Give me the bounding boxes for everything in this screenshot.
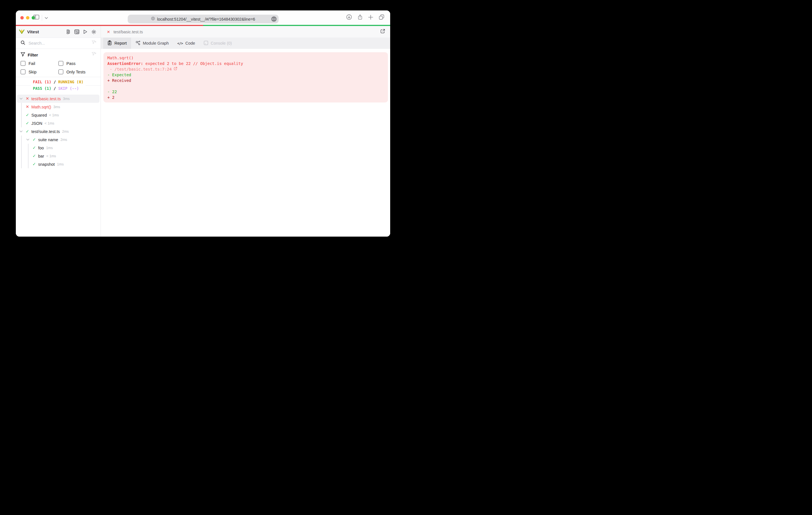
tree-row-test[interactable]: ✓ Squared < 1ms: [17, 111, 99, 119]
sidebar: Vitest: [16, 26, 101, 237]
tab-module-graph[interactable]: Module Graph: [131, 37, 173, 49]
vitest-logo-icon: [19, 28, 25, 36]
tab-console: Console (0): [200, 37, 236, 49]
fail-icon: ✕: [24, 96, 30, 101]
tree-row-test[interactable]: ✓ foo 1ms: [17, 144, 99, 152]
search-input[interactable]: [28, 41, 91, 46]
browser-toolbar: localhost:51204/__vitest__/#/?file=16484…: [16, 10, 390, 25]
failed-test-name: Math.sqrt(): [107, 55, 384, 61]
skip-count: SKIP (--): [58, 86, 79, 91]
traffic-lights: [20, 16, 35, 20]
fail-icon: ✕: [24, 105, 30, 109]
duration: < 1ms: [46, 154, 56, 158]
pass-icon: ✓: [24, 121, 30, 125]
tab-report[interactable]: Report: [103, 37, 131, 49]
tree-row-test[interactable]: ✓ snapshot 1ms: [17, 160, 99, 168]
tree-row-suite[interactable]: ✓ suite name 2ms: [17, 135, 99, 144]
diff-received-value: + 2: [107, 95, 384, 100]
open-file-name: test/basic.test.ts: [114, 30, 143, 34]
chevron-down-icon[interactable]: [45, 15, 48, 20]
summary-line-1: FAIL (1) / RUNNING (0): [33, 79, 84, 85]
duration: 3ms: [63, 97, 70, 101]
checkbox[interactable]: [58, 69, 63, 74]
minimize-window-button[interactable]: [26, 16, 29, 20]
duration: < 1ms: [49, 113, 59, 117]
chevron-down-icon[interactable]: [18, 98, 24, 100]
filter-section: Filter Fail Pass Skip Only Tests: [16, 49, 100, 77]
tree-row-file-suite[interactable]: ✓ test/suite.test.ts 2ms: [17, 127, 99, 135]
chevron-down-icon[interactable]: [18, 130, 24, 132]
pass-icon: ✓: [24, 129, 30, 133]
duration: 2ms: [62, 130, 69, 133]
duration: 1ms: [57, 162, 64, 166]
error-location-link[interactable]: - /test/basic.test.ts:7:24: [107, 66, 177, 72]
address-bar[interactable]: localhost:51204/__vitest__/#/?file=16484…: [128, 15, 279, 24]
clear-filter-icon[interactable]: [91, 52, 96, 58]
filter-checkbox-only-tests[interactable]: Only Tests: [58, 69, 96, 75]
tree-row-test[interactable]: ✓ bar < 1ms: [17, 152, 99, 160]
assertion-error-line: AssertionError: expected 2 to be 22 // O…: [107, 61, 384, 66]
file-header: ✕ test/basic.test.ts: [101, 26, 390, 37]
new-tab-icon[interactable]: [368, 15, 373, 21]
checkbox[interactable]: [21, 61, 25, 66]
fail-count: FAIL (1): [33, 80, 51, 84]
filter-checkbox-fail[interactable]: Fail: [21, 60, 58, 66]
test-tree: ✕ test/basic.test.ts 3ms ✕ Math.sqrt() 3…: [16, 93, 100, 237]
page-settings-icon[interactable]: [271, 17, 277, 22]
downloads-icon[interactable]: [346, 14, 352, 21]
browser-window: localhost:51204/__vitest__/#/?file=16484…: [16, 10, 390, 237]
share-icon[interactable]: [357, 14, 363, 21]
open-in-editor-icon[interactable]: [173, 66, 177, 72]
duration: < 1ms: [45, 121, 54, 125]
filter-checkbox-pass[interactable]: Pass: [58, 60, 96, 66]
running-count: RUNNING (0): [58, 80, 83, 84]
diff-expected-label: - Expected: [107, 72, 384, 78]
tree-row-file-basic[interactable]: ✕ test/basic.test.ts 3ms: [17, 95, 99, 103]
dashboard-icon[interactable]: [74, 29, 79, 34]
main-pane: ✕ test/basic.test.ts Report: [101, 26, 390, 237]
chevron-down-icon[interactable]: [24, 139, 31, 141]
report-icon: [107, 40, 112, 46]
url-text: localhost:51204/__vitest__/#/?file=16484…: [157, 17, 255, 22]
tree-row-test[interactable]: ✕ Math.sqrt() 3ms: [17, 103, 99, 111]
search-row: [16, 38, 100, 49]
pass-icon: ✓: [31, 154, 37, 158]
clear-search-filter-icon[interactable]: [91, 40, 96, 46]
duration: 3ms: [53, 105, 60, 109]
module-graph-icon: [135, 40, 140, 46]
pass-icon: ✓: [31, 138, 37, 142]
tree-row-test[interactable]: ✓ JSON < 1ms: [17, 119, 99, 127]
code-icon: </>: [177, 41, 183, 46]
filter-title: Filter: [28, 53, 38, 57]
run-all-icon[interactable]: [83, 29, 88, 34]
checkbox[interactable]: [58, 61, 63, 66]
pass-count: PASS (1): [33, 86, 51, 91]
search-icon: [21, 40, 25, 46]
duration: 2ms: [60, 138, 67, 142]
checkbox[interactable]: [21, 69, 25, 74]
report-panel: Math.sqrt() AssertionError: expected 2 t…: [101, 49, 390, 237]
collapse-tree-icon[interactable]: [66, 29, 70, 34]
open-in-editor-icon[interactable]: [380, 29, 385, 35]
toolbar-divider: [42, 15, 42, 21]
close-window-button[interactable]: [20, 16, 24, 20]
theme-toggle-icon[interactable]: [91, 29, 96, 34]
globe-icon: [151, 17, 155, 22]
summary-line-2: PASS (1) / SKIP (--): [33, 85, 84, 92]
tab-overview-icon[interactable]: [379, 14, 384, 21]
tab-code[interactable]: </> Code: [173, 37, 199, 49]
pass-icon: ✓: [31, 146, 37, 150]
sidebar-toggle-icon[interactable]: [33, 14, 39, 21]
app-title: Vitest: [27, 29, 39, 34]
fail-icon: ✕: [107, 30, 110, 34]
filter-checkbox-skip[interactable]: Skip: [21, 69, 58, 75]
pass-icon: ✓: [31, 162, 37, 166]
desktop-background: localhost:51204/__vitest__/#/?file=16484…: [0, 0, 406, 258]
error-report: Math.sqrt() AssertionError: expected 2 t…: [104, 52, 388, 102]
console-icon: [204, 41, 208, 46]
view-tabs: Report Module Graph </> Code Console: [101, 37, 390, 49]
filter-icon: [21, 52, 25, 58]
diff-expected-value: - 22: [107, 89, 384, 95]
sidebar-header: Vitest: [16, 26, 100, 38]
pass-icon: ✓: [24, 113, 30, 117]
